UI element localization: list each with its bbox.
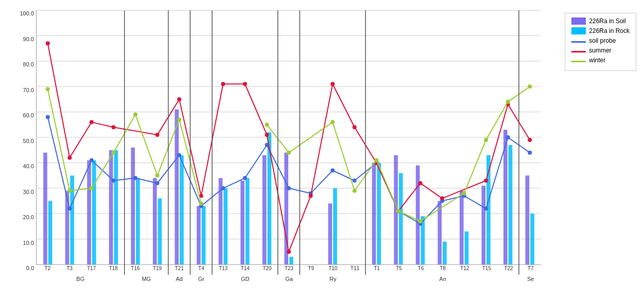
site-label: T10 bbox=[325, 265, 341, 271]
svg-point-83 bbox=[221, 186, 225, 190]
group-label: Ga bbox=[279, 276, 300, 282]
site-label: T14 bbox=[237, 265, 253, 271]
svg-line-114 bbox=[420, 183, 442, 199]
group-label: Ry bbox=[323, 276, 343, 282]
svg-point-129 bbox=[309, 194, 313, 198]
site-label: T19 bbox=[150, 265, 165, 271]
svg-rect-14 bbox=[109, 150, 113, 264]
svg-point-169 bbox=[396, 209, 401, 213]
svg-rect-43 bbox=[289, 257, 293, 264]
svg-point-84 bbox=[243, 176, 247, 180]
site-label: T3 bbox=[62, 265, 77, 271]
svg-point-80 bbox=[155, 181, 160, 185]
svg-point-158 bbox=[90, 186, 94, 190]
svg-rect-27 bbox=[438, 201, 442, 265]
svg-rect-33 bbox=[70, 175, 74, 264]
svg-point-126 bbox=[243, 82, 247, 86]
svg-rect-40 bbox=[223, 188, 228, 264]
svg-rect-48 bbox=[443, 242, 447, 264]
site-label: T23 bbox=[282, 265, 297, 271]
y-tick-label: 90.0 bbox=[23, 36, 34, 42]
svg-point-131 bbox=[353, 125, 357, 129]
svg-point-125 bbox=[221, 82, 225, 86]
svg-point-79 bbox=[133, 176, 137, 180]
legend-label: soil probe bbox=[589, 37, 616, 44]
site-label: T1 bbox=[369, 265, 385, 271]
legend-color bbox=[571, 27, 586, 34]
svg-line-101 bbox=[113, 127, 157, 135]
site-label: T11 bbox=[347, 265, 362, 271]
svg-rect-45 bbox=[377, 163, 381, 264]
svg-point-135 bbox=[440, 197, 444, 201]
legend-color bbox=[571, 41, 586, 43]
svg-line-65 bbox=[311, 170, 333, 193]
svg-point-75 bbox=[46, 115, 50, 119]
svg-point-159 bbox=[111, 151, 115, 155]
svg-point-122 bbox=[155, 133, 160, 137]
svg-line-109 bbox=[311, 84, 333, 196]
svg-rect-35 bbox=[114, 150, 118, 264]
legend: 226Ra in Soil226Ra in Rocksoil probesumm… bbox=[565, 13, 636, 71]
svg-point-89 bbox=[353, 179, 357, 183]
legend-label: 226Ra in Soil bbox=[589, 17, 625, 25]
svg-line-148 bbox=[333, 122, 355, 190]
site-label: T15 bbox=[479, 265, 494, 271]
svg-rect-51 bbox=[509, 145, 513, 264]
y-tick-label: 40.0 bbox=[23, 163, 34, 169]
site-label: T6 bbox=[413, 265, 428, 271]
svg-rect-31 bbox=[526, 175, 530, 264]
svg-point-134 bbox=[418, 181, 422, 185]
svg-point-171 bbox=[462, 191, 466, 196]
svg-point-156 bbox=[46, 87, 50, 91]
svg-point-76 bbox=[67, 206, 72, 210]
y-tick-label: 20.0 bbox=[23, 214, 34, 220]
site-label: T2 bbox=[40, 265, 55, 271]
svg-point-163 bbox=[199, 201, 203, 205]
svg-point-174 bbox=[528, 84, 532, 88]
group-label: GD bbox=[235, 276, 255, 282]
group-label: Se bbox=[520, 276, 541, 282]
legend-label: 226Ra in Rock bbox=[589, 27, 630, 34]
site-label: T21 bbox=[171, 265, 187, 271]
svg-point-161 bbox=[155, 173, 160, 178]
site-label: T7 bbox=[523, 265, 538, 271]
svg-rect-17 bbox=[175, 110, 179, 264]
svg-point-118 bbox=[46, 41, 50, 45]
site-label: T22 bbox=[501, 265, 516, 271]
site-label: T9 bbox=[303, 265, 319, 271]
svg-point-130 bbox=[330, 82, 335, 86]
svg-point-164 bbox=[265, 122, 269, 127]
svg-rect-36 bbox=[136, 178, 140, 264]
svg-line-143 bbox=[135, 115, 158, 176]
svg-rect-34 bbox=[92, 160, 96, 264]
legend-item: summer bbox=[571, 47, 630, 54]
site-label: T18 bbox=[106, 265, 121, 271]
svg-rect-28 bbox=[460, 191, 464, 264]
svg-point-160 bbox=[133, 113, 137, 117]
svg-point-165 bbox=[287, 151, 291, 155]
legend-item: winter bbox=[571, 57, 630, 64]
svg-line-99 bbox=[69, 122, 92, 157]
site-label: T17 bbox=[84, 265, 99, 271]
legend-label: winter bbox=[589, 57, 605, 64]
site-label: T12 bbox=[457, 265, 473, 271]
svg-rect-15 bbox=[131, 148, 135, 264]
y-tick-label: 0.0 bbox=[26, 265, 34, 271]
svg-line-106 bbox=[245, 84, 267, 135]
svg-rect-26 bbox=[416, 165, 420, 264]
group-label: An bbox=[432, 276, 453, 282]
group-label: Gr bbox=[191, 276, 212, 282]
svg-rect-46 bbox=[399, 173, 403, 264]
svg-rect-38 bbox=[180, 155, 184, 264]
svg-rect-41 bbox=[246, 178, 250, 264]
svg-point-78 bbox=[111, 179, 115, 183]
svg-rect-37 bbox=[158, 199, 162, 264]
svg-rect-39 bbox=[202, 206, 206, 264]
svg-rect-23 bbox=[328, 203, 332, 264]
svg-point-157 bbox=[67, 189, 72, 193]
svg-rect-20 bbox=[240, 181, 245, 264]
svg-point-166 bbox=[330, 120, 335, 124]
svg-rect-21 bbox=[263, 155, 267, 264]
svg-point-168 bbox=[374, 158, 378, 162]
svg-point-167 bbox=[353, 189, 357, 193]
